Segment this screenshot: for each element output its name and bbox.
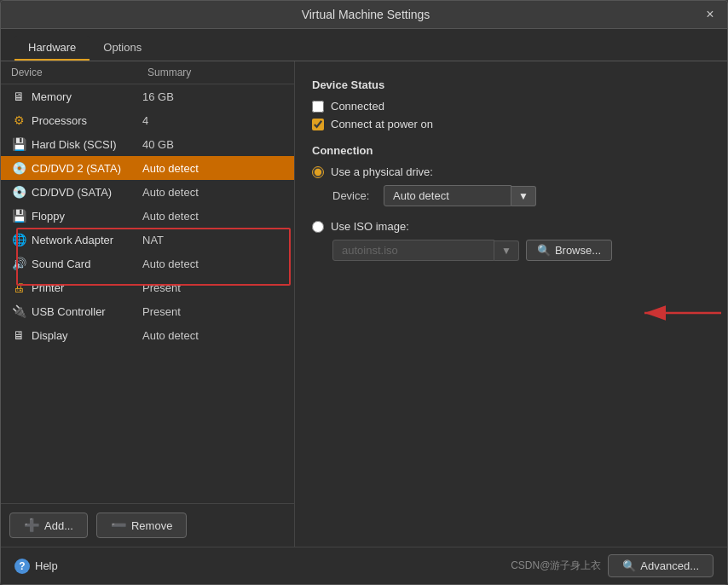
device-name: CD/DVD (SATA) <box>32 186 142 199</box>
bottom-bar: ? Help CSDN@游子身上衣 🔍 Advanced... <box>1 547 727 584</box>
device-select[interactable]: Auto detect <box>384 185 511 206</box>
connected-checkbox[interactable] <box>312 101 324 113</box>
connect-power-row: Connect at power on <box>312 118 710 130</box>
device-list: 🖥 Memory 16 GB ⚙ Processors 4 💾 Hard Dis… <box>1 84 294 503</box>
cdrom-icon: 💿 <box>11 184 26 200</box>
list-item[interactable]: 🔌 USB Controller Present <box>1 299 294 323</box>
device-name: CD/DVD 2 (SATA) <box>32 162 142 175</box>
tab-hardware[interactable]: Hardware <box>14 36 90 61</box>
network-icon: 🌐 <box>11 232 26 247</box>
device-summary: Auto detect <box>142 162 284 175</box>
device-name: Network Adapter <box>32 234 142 246</box>
device-status-section: Device Status Connected Connect at power… <box>312 78 710 130</box>
close-button[interactable]: × <box>703 8 717 21</box>
device-summary: Present <box>142 281 284 294</box>
device-summary: Auto detect <box>142 210 284 223</box>
device-name: Memory <box>32 90 142 103</box>
device-summary: Auto detect <box>142 258 284 270</box>
annotation-arrow <box>627 300 727 337</box>
soundcard-icon: 🔊 <box>11 256 26 271</box>
list-item[interactable]: 💿 CD/DVD 2 (SATA) Auto detect <box>1 156 294 180</box>
physical-drive-row: Use a physical drive: <box>312 165 710 178</box>
device-summary: Present <box>142 305 284 318</box>
help-icon: ? <box>14 559 30 574</box>
device-field-label: Device: <box>332 189 375 202</box>
iso-input-row: autoinst.iso ▼ 🔍 Browse... <box>332 240 710 261</box>
printer-icon: 🖨 <box>11 280 26 295</box>
iso-dropdown-btn[interactable]: ▼ <box>494 240 519 261</box>
processor-icon: ⚙ <box>11 113 26 128</box>
remove-button[interactable]: ➖ Remove <box>96 513 187 538</box>
list-item[interactable]: 🖨 Printer Present <box>1 275 294 299</box>
device-summary: 4 <box>142 114 284 127</box>
connection-section: Connection Use a physical drive: Device:… <box>312 144 710 261</box>
browse-button[interactable]: 🔍 Browse... <box>526 240 612 261</box>
title-bar: Virtual Machine Settings × <box>1 1 727 29</box>
header-summary: Summary <box>147 67 284 78</box>
physical-drive-radio[interactable] <box>312 166 324 178</box>
right-footer-area: CSDN@游子身上衣 🔍 Advanced... <box>511 554 714 577</box>
list-item[interactable]: 🌐 Network Adapter NAT <box>1 228 294 252</box>
device-name: USB Controller <box>32 305 142 318</box>
left-panel: Device Summary 🖥 Memory 16 GB ⚙ Processo… <box>1 61 295 547</box>
device-selector-row: Device: Auto detect ▼ <box>332 185 710 206</box>
iso-input[interactable]: autoinst.iso <box>332 240 494 261</box>
connect-power-checkbox[interactable] <box>312 119 324 130</box>
iso-select-wrapper: autoinst.iso ▼ <box>332 240 519 261</box>
list-item[interactable]: 🖥 Memory 16 GB <box>1 84 294 108</box>
list-item[interactable]: 💾 Floppy Auto detect <box>1 204 294 228</box>
physical-drive-label: Use a physical drive: <box>331 165 433 178</box>
memory-icon: 🖥 <box>11 89 26 104</box>
advanced-icon: 🔍 <box>622 559 636 572</box>
device-summary: Auto detect <box>142 186 284 199</box>
add-button[interactable]: ➕ Add... <box>9 513 88 538</box>
harddisk-icon: 💾 <box>11 136 26 152</box>
device-name: Hard Disk (SCSI) <box>32 138 142 151</box>
device-summary: 16 GB <box>142 90 284 103</box>
list-item[interactable]: ⚙ Processors 4 <box>1 108 294 132</box>
help-button[interactable]: ? Help <box>14 559 58 574</box>
window-title: Virtual Machine Settings <box>28 8 703 21</box>
iso-image-radio[interactable] <box>312 221 324 233</box>
connected-label: Connected <box>331 100 384 113</box>
tab-options[interactable]: Options <box>90 36 155 61</box>
device-list-header: Device Summary <box>1 61 294 84</box>
iso-image-label: Use ISO image: <box>331 220 409 233</box>
main-window: Virtual Machine Settings × Hardware Opti… <box>0 0 728 585</box>
main-content: Device Summary 🖥 Memory 16 GB ⚙ Processo… <box>1 61 727 547</box>
device-name: Display <box>32 329 142 342</box>
cdrom2-icon: 💿 <box>11 160 26 176</box>
device-dropdown-wrapper: Auto detect ▼ <box>384 185 536 206</box>
remove-icon: ➖ <box>111 518 127 533</box>
device-status-title: Device Status <box>312 78 710 91</box>
device-name: Printer <box>32 281 142 294</box>
list-item[interactable]: 💾 Hard Disk (SCSI) 40 GB <box>1 132 294 156</box>
device-summary: 40 GB <box>142 138 284 151</box>
device-dropdown-btn[interactable]: ▼ <box>511 186 536 206</box>
usb-icon: 🔌 <box>11 304 26 319</box>
device-name: Processors <box>32 114 142 127</box>
display-icon: 🖥 <box>11 327 26 343</box>
device-summary: NAT <box>142 234 284 246</box>
list-item[interactable]: 💿 CD/DVD (SATA) Auto detect <box>1 180 294 204</box>
list-item[interactable]: 🔊 Sound Card Auto detect <box>1 252 294 275</box>
device-summary: Auto detect <box>142 329 284 342</box>
add-icon: ➕ <box>24 518 40 533</box>
tabs-bar: Hardware Options <box>1 29 727 61</box>
connect-power-label: Connect at power on <box>331 118 433 130</box>
connected-row: Connected <box>312 100 710 113</box>
watermark-text: CSDN@游子身上衣 <box>511 559 601 573</box>
device-name: Sound Card <box>32 258 142 270</box>
right-panel: Device Status Connected Connect at power… <box>295 61 727 547</box>
browse-icon: 🔍 <box>537 244 551 257</box>
iso-image-row: Use ISO image: <box>312 220 710 233</box>
list-item[interactable]: 🖥 Display Auto detect <box>1 323 294 347</box>
device-name: Floppy <box>32 210 142 223</box>
header-device: Device <box>11 67 147 78</box>
advanced-button[interactable]: 🔍 Advanced... <box>608 554 714 577</box>
left-panel-footer: ➕ Add... ➖ Remove <box>1 503 294 547</box>
floppy-icon: 💾 <box>11 208 26 223</box>
connection-title: Connection <box>312 144 710 157</box>
